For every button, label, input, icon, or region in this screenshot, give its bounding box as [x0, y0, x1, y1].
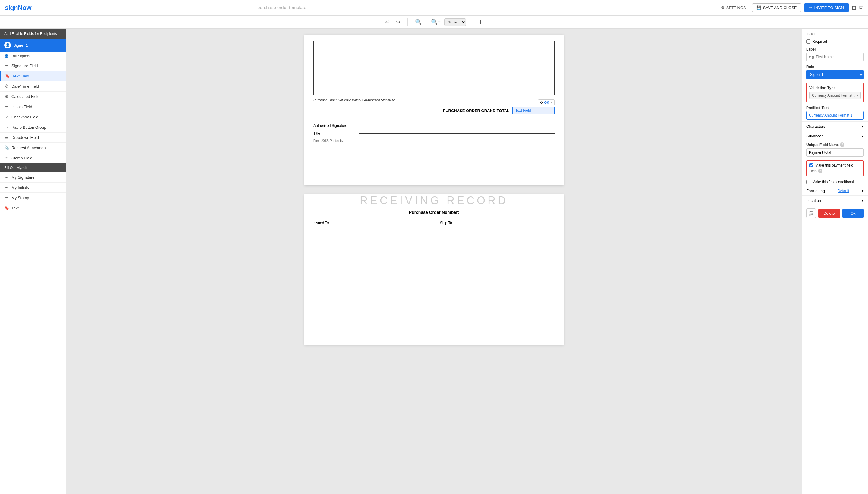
prefilled-input[interactable]: [806, 111, 864, 119]
edit-signers-button[interactable]: 👤 Edit Signers: [0, 52, 66, 61]
text-field-icon: 🔖: [5, 74, 10, 78]
label-input[interactable]: [806, 53, 864, 61]
layout-icon: ⊞: [852, 4, 856, 11]
toolbar-sep-1: [407, 18, 408, 25]
my-signature-icon: ✒: [4, 175, 9, 179]
characters-collapsible[interactable]: Characters ▾: [802, 121, 868, 131]
formatting-link[interactable]: Default: [837, 189, 849, 193]
required-row: Required: [802, 38, 868, 45]
sidebar-item-my-signature[interactable]: ✒ My Signature: [0, 172, 66, 183]
po-number-label: Purchase Order Number:: [304, 210, 564, 215]
conditional-row: Make this field conditional: [802, 178, 868, 186]
zoom-select[interactable]: 100% 50% 75% 125% 150%: [444, 18, 466, 26]
grand-total-label: PURCHASE ORDER GRAND TOTAL: [443, 109, 509, 113]
top-bar: signNow purchase order template ⚙ SETTIN…: [0, 0, 868, 16]
validation-select[interactable]: Currency Amount Format .. ▾: [809, 92, 861, 99]
characters-chevron-icon: ▾: [862, 124, 864, 129]
issued-to-field: Issued To: [313, 221, 428, 241]
download-button[interactable]: ⬇: [476, 17, 485, 26]
page-2: RECEIVING RECORD Purchase Order Number: …: [304, 194, 564, 345]
field-ok-button[interactable]: OK: [544, 101, 549, 104]
panel-footer: 💬 Delete Ok: [802, 205, 868, 221]
sidebar-item-my-stamp[interactable]: ✒ My Stamp: [0, 193, 66, 203]
text-field-input[interactable]: [512, 107, 555, 114]
fill-myself-section: Fill Out Myself: [0, 163, 66, 172]
redo-button[interactable]: ↪: [393, 17, 403, 26]
payment-checkbox-row[interactable]: Make this payment field: [809, 163, 861, 168]
signer-label: Signer 1: [13, 43, 28, 48]
sidebar-item-my-text[interactable]: 🔖 Text: [0, 203, 66, 213]
document-title[interactable]: purchase order template: [222, 5, 342, 11]
sidebar-item-radio[interactable]: ○ Radio Button Group: [0, 122, 66, 133]
text-field-container[interactable]: ⊹ OK ×: [512, 107, 555, 114]
sidebar-item-stamp[interactable]: ✒ Stamp Field: [0, 153, 66, 163]
validation-box: Validation Type Currency Amount Format .…: [806, 83, 864, 102]
undo-redo-group: ↩ ↪: [383, 17, 403, 26]
sidebar-item-text[interactable]: 🔖 Text Field: [0, 71, 66, 81]
help-row: Help ?: [809, 169, 861, 173]
conditional-checkbox[interactable]: [806, 180, 810, 184]
invite-sign-button[interactable]: ✏ INVITE TO SIGN: [805, 3, 849, 12]
advanced-collapsible[interactable]: Advanced ▴: [802, 131, 868, 141]
formatting-label: Formatting: [806, 189, 825, 193]
location-row[interactable]: Location ▾: [802, 195, 868, 205]
sidebar-item-my-initials[interactable]: ✒ My Initials: [0, 183, 66, 193]
initials-icon: ✒: [4, 104, 9, 109]
required-label: Required: [812, 39, 827, 44]
sidebar-item-datetime[interactable]: ⏱ Date/Time Field: [0, 81, 66, 92]
sidebar-item-signature[interactable]: ✒ Signature Field: [0, 61, 66, 71]
receiving-record-title: RECEIVING RECORD: [304, 194, 564, 207]
form-footer: Form 2012, Printed by:: [313, 139, 555, 142]
gear-icon: ⚙: [721, 5, 724, 10]
left-sidebar: Add Fillable Fields for Recipients 👤 Sig…: [0, 28, 66, 494]
formatting-chevron-icon: ▾: [862, 189, 864, 193]
delete-button[interactable]: Delete: [818, 209, 840, 218]
sidebar-item-checkbox[interactable]: ✓ Checkbox Field: [0, 112, 66, 122]
sidebar-item-calculated[interactable]: ⚙ Calculated Field: [0, 92, 66, 102]
save-close-button[interactable]: 💾 SAVE AND CLOSE: [752, 3, 801, 12]
grand-total-row: PURCHASE ORDER GRAND TOTAL ⊹ OK ×: [313, 103, 555, 117]
field-close-button[interactable]: ×: [550, 100, 552, 104]
ok-button[interactable]: Ok: [843, 209, 864, 218]
help-label: Help: [809, 169, 817, 173]
radio-icon: ○: [4, 125, 9, 130]
signer-item[interactable]: 👤 Signer 1: [0, 39, 66, 52]
required-checkbox[interactable]: [806, 39, 810, 44]
zoom-group: 🔍− 🔍+ 100% 50% 75% 125% 150%: [412, 17, 466, 26]
sidebar-item-dropdown[interactable]: ☰ Dropdown Field: [0, 133, 66, 143]
app-logo: signNow: [5, 4, 31, 12]
stamp-icon: ✒: [4, 156, 9, 160]
page-1: Purchase Order Not Valid Without Authori…: [304, 35, 564, 185]
location-chevron-icon: ▾: [862, 198, 864, 203]
datetime-icon: ⏱: [4, 84, 9, 89]
role-select[interactable]: Signer 1: [806, 70, 864, 79]
unique-field-input[interactable]: [806, 148, 864, 157]
location-label: Location: [806, 198, 821, 203]
unique-help-icon[interactable]: ?: [840, 142, 845, 147]
label-row: Label: [802, 45, 868, 63]
my-text-icon: 🔖: [4, 206, 9, 210]
auth-section: Authorized Signature Title: [313, 124, 555, 136]
my-initials-icon: ✒: [4, 185, 9, 190]
canvas-area[interactable]: Purchase Order Not Valid Without Authori…: [66, 28, 802, 494]
move-handle[interactable]: ⊹: [540, 101, 543, 104]
sidebar-item-initials[interactable]: ✒ Initials Field: [0, 102, 66, 112]
auth-title-line: Title: [313, 131, 555, 136]
pen-icon: ✏: [809, 5, 813, 10]
order-table: [313, 41, 555, 95]
panel-section-title: TEXT: [802, 28, 868, 38]
sidebar-header: Add Fillable Fields for Recipients: [0, 28, 66, 39]
settings-button[interactable]: ⚙ SETTINGS: [718, 4, 749, 12]
zoom-out-button[interactable]: 🔍−: [412, 17, 427, 26]
signature-icon: ✒: [4, 63, 9, 68]
undo-button[interactable]: ↩: [383, 17, 392, 26]
chat-icon[interactable]: 💬: [806, 208, 816, 218]
calculated-icon: ⚙: [4, 94, 9, 99]
payment-checkbox[interactable]: [809, 163, 813, 168]
help-icon[interactable]: ?: [818, 169, 823, 173]
prefilled-label: Prefilled Text: [806, 106, 864, 110]
sidebar-item-attachment[interactable]: 📎 Request Attachment: [0, 143, 66, 153]
zoom-in-button[interactable]: 🔍+: [429, 17, 443, 26]
right-panel: TEXT Required Label Role Signer 1 Valida…: [802, 28, 868, 494]
advanced-chevron-icon: ▴: [862, 134, 864, 138]
